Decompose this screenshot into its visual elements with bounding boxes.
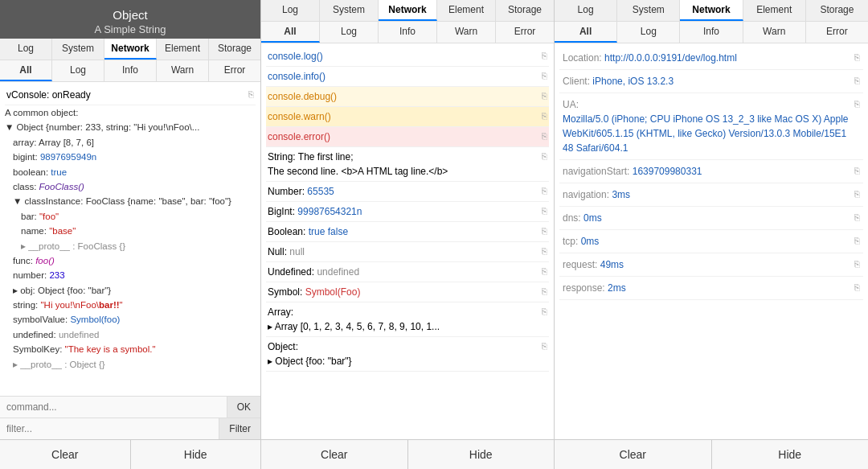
mid-tab-element[interactable]: Element [437,0,496,21]
net-request-text: request: 49ms [563,257,851,272]
left-tab-system[interactable]: System [52,39,104,60]
copy-icon-string[interactable]: ⎘ [542,150,547,163]
copy-icon-tcp[interactable]: ⎘ [854,234,860,248]
mid-subtab-all[interactable]: All [261,22,320,43]
right-top-tabs: Log System Network Element Storage [555,0,868,22]
mid-subtab-warn[interactable]: Warn [437,22,496,43]
mid-entry-array: Array:▸ Array [0, 1, 2, 3, 4, 5, 6, 7, 8… [266,302,549,337]
right-subtab-warn[interactable]: Warn [743,22,806,43]
left-tab-network[interactable]: Network [104,39,157,60]
right-subtab-all[interactable]: All [555,22,617,43]
left-subtab-log[interactable]: Log [52,60,104,81]
copy-icon-response[interactable]: ⎘ [854,281,860,294]
copy-icon-location[interactable]: ⎘ [854,51,860,64]
right-hide-button[interactable]: Hide [712,440,869,469]
mid-symbol-text: Symbol: Symbol(Foo) [268,285,542,299]
mid-hide-button[interactable]: Hide [408,440,555,469]
copy-icon-onready[interactable]: ⎘ [248,88,254,101]
copy-icon-error[interactable]: ⎘ [542,130,547,143]
net-tcp: tcp: 0ms ⎘ [559,230,863,253]
mid-entry-symbol: Symbol: Symbol(Foo) ⎘ [266,282,549,302]
mid-entry-object: Object:▸ Object {foo: "bar"} ⎘ [266,337,549,372]
mid-panel: Log System Network Element Storage All L… [261,0,555,469]
mid-entry-null: Null: null ⎘ [266,242,549,262]
copy-icon-number[interactable]: ⎘ [542,184,547,198]
filter-button[interactable]: Filter [219,418,260,439]
copy-icon-request[interactable]: ⎘ [854,257,860,271]
copy-icon-undefined[interactable]: ⎘ [542,265,547,278]
copy-icon-ua[interactable]: ⎘ [854,97,860,111]
left-subtab-warn[interactable]: Warn [157,60,209,81]
right-tab-log[interactable]: Log [555,0,617,21]
left-panel-title: Object [0,8,260,22]
copy-icon-info[interactable]: ⎘ [542,69,547,83]
right-clear-button[interactable]: Clear [555,440,712,469]
obj-classinstance: ▼ classInstance: FooClass {name: "base",… [5,194,256,208]
ok-button[interactable]: OK [227,397,260,418]
obj-bar: bar: "foo" [5,209,256,224]
right-tab-network[interactable]: Network [680,0,743,21]
right-tab-system[interactable]: System [617,0,680,21]
net-request: request: 49ms ⎘ [559,253,863,277]
mid-array-text: Array:▸ Array [0, 1, 2, 3, 4, 5, 6, 7, 8… [268,305,542,334]
net-response: response: 2ms ⎘ [559,277,863,300]
left-tab-storage[interactable]: Storage [209,39,260,60]
left-subtab-error[interactable]: Error [209,60,260,81]
mid-entry-log: console.log() ⎘ [266,47,549,67]
copy-icon-nav[interactable]: ⎘ [854,187,860,201]
mid-clear-button[interactable]: Clear [261,440,408,469]
copy-icon-navstart[interactable]: ⎘ [854,164,860,178]
right-subtab-info[interactable]: Info [680,22,743,43]
left-tab-element[interactable]: Element [157,39,209,60]
mid-subtab-error[interactable]: Error [496,22,554,43]
obj-class: class: FooClass() [5,179,256,194]
command-input[interactable] [0,397,227,418]
right-tab-storage[interactable]: Storage [806,0,868,21]
mid-log-text: console.log() [268,49,542,64]
mid-tab-system[interactable]: System [320,0,379,21]
log-entry-onready: vConsole: onReady ⎘ [5,85,256,105]
copy-icon-bigint[interactable]: ⎘ [542,204,547,218]
mid-warn-text: console.warn() [268,109,542,124]
left-tab-log[interactable]: Log [0,39,52,60]
copy-icon-log[interactable]: ⎘ [542,49,547,63]
net-location: Location: http://0.0.0.0:9191/dev/log.ht… [559,47,863,70]
mid-debug-text: console.debug() [268,89,542,104]
net-client-text: Client: iPhone, iOS 13.2.3 [563,74,851,88]
mid-footer: Clear Hide [261,439,554,469]
copy-icon-dns[interactable]: ⎘ [854,211,860,224]
mid-tab-storage[interactable]: Storage [496,0,554,21]
mid-entry-debug: console.debug() ⎘ [266,87,549,107]
copy-icon-null[interactable]: ⎘ [542,245,547,258]
copy-icon-warn[interactable]: ⎘ [542,109,547,123]
mid-sub-tabs: All Log Info Warn Error [261,22,554,43]
copy-icon-array[interactable]: ⎘ [542,305,547,319]
right-content: Location: http://0.0.0.0:9191/dev/log.ht… [555,43,868,439]
mid-entry-error: console.error() ⎘ [266,127,549,147]
left-panel-header: Object A Simple String [0,0,260,39]
mid-subtab-info[interactable]: Info [379,22,437,43]
mid-entry-info: console.info() ⎘ [266,67,549,87]
mid-subtab-log[interactable]: Log [320,22,379,43]
filter-input[interactable] [0,418,219,439]
left-hide-button[interactable]: Hide [131,440,261,469]
obj-symbolkey: SymbolKey: "The key is a symbol." [5,342,256,356]
left-subtab-all[interactable]: All [0,60,52,81]
copy-icon-boolean[interactable]: ⎘ [542,224,547,238]
copy-icon-object[interactable]: ⎘ [542,339,547,353]
right-tab-element[interactable]: Element [743,0,806,21]
net-tcp-text: tcp: 0ms [563,234,851,249]
copy-icon-symbol[interactable]: ⎘ [542,285,547,298]
mid-tab-network[interactable]: Network [379,0,437,21]
mid-null-text: Null: null [268,245,542,259]
obj-obj: ▸ obj: Object {foo: "bar"} [5,283,256,298]
right-subtab-log[interactable]: Log [617,22,680,43]
left-subtab-info[interactable]: Info [104,60,157,81]
copy-icon-client[interactable]: ⎘ [854,74,860,88]
mid-tab-log[interactable]: Log [261,0,320,21]
net-dns: dns: 0ms ⎘ [559,207,863,230]
mid-info-text: console.info() [268,69,542,84]
copy-icon-debug[interactable]: ⎘ [542,89,547,103]
left-clear-button[interactable]: Clear [0,440,131,469]
right-subtab-error[interactable]: Error [806,22,868,43]
